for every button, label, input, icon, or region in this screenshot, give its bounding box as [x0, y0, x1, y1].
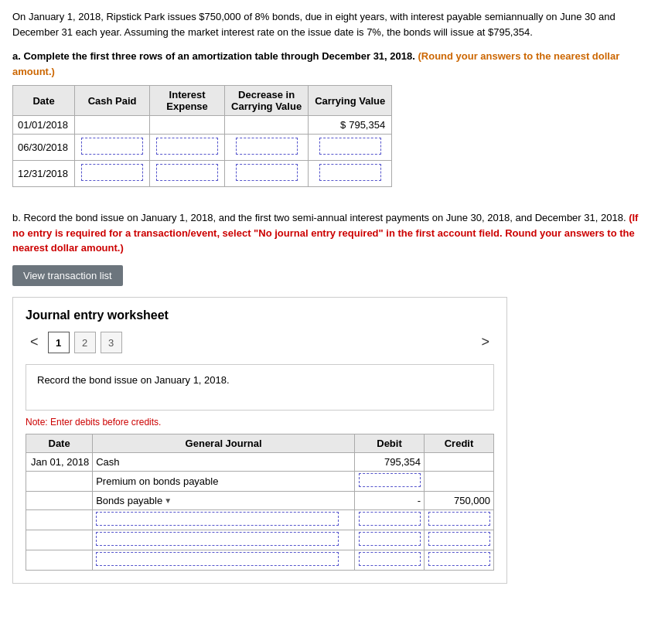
- carrying-value-cell: $ 795,354: [309, 116, 392, 135]
- nav-tab-2[interactable]: 2: [74, 332, 96, 353]
- section-b-letter: b.: [12, 212, 21, 223]
- carrying-value-input-cell[interactable]: [309, 135, 392, 161]
- journal-account-6[interactable]: [93, 550, 355, 570]
- journal-debit-4[interactable]: [355, 509, 425, 530]
- interest-expense-input[interactable]: [156, 138, 218, 155]
- section-a-letter: a.: [12, 50, 21, 62]
- record-description-box: Record the bond issue on January 1, 2018…: [26, 364, 494, 411]
- premium-debit-input[interactable]: [359, 473, 421, 487]
- decrease-input[interactable]: [236, 138, 298, 155]
- col-date: Date: [13, 86, 75, 116]
- next-arrow-button[interactable]: >: [476, 332, 494, 352]
- empty-account-input-4[interactable]: [96, 512, 338, 526]
- carrying-value-amount: 795,354: [349, 119, 385, 131]
- carrying-value-input-cell-2[interactable]: [309, 161, 392, 187]
- empty-credit-input-5[interactable]: [428, 532, 490, 546]
- journal-debit-5[interactable]: [355, 530, 425, 550]
- journal-row-4: [26, 509, 494, 530]
- dropdown-icon[interactable]: ▼: [164, 496, 172, 505]
- empty-account-input-6[interactable]: [96, 552, 338, 566]
- journal-debit-2[interactable]: [355, 471, 425, 491]
- journal-date-6: [26, 550, 93, 570]
- journal-date-5: [26, 530, 93, 550]
- interest-expense-input-2[interactable]: [156, 164, 218, 181]
- bonds-debit-separator: -: [418, 495, 421, 506]
- section-a-text: Complete the first three rows of an amor…: [23, 50, 418, 62]
- journal-credit-3[interactable]: 750,000: [425, 491, 494, 509]
- empty-debit-input-5[interactable]: [359, 532, 421, 546]
- decrease-input-cell[interactable]: [225, 135, 309, 161]
- journal-account-3[interactable]: Bonds payable ▼: [93, 491, 355, 509]
- cash-paid-input-cell-2[interactable]: [75, 161, 150, 187]
- worksheet-nav: < 1 2 3 >: [26, 332, 494, 353]
- journal-row-2: Premium on bonds payable: [26, 471, 494, 491]
- section-a-label: a. Complete the first three rows of an a…: [12, 49, 653, 79]
- journal-account-1[interactable]: Cash: [93, 452, 355, 471]
- journal-debit-1[interactable]: 795,354: [355, 452, 425, 471]
- table-row: 12/31/2018: [13, 161, 392, 187]
- table-row: 01/01/2018 $ 795,354: [13, 116, 392, 135]
- journal-date-4: [26, 509, 93, 530]
- journal-row-1: Jan 01, 2018 Cash 795,354: [26, 452, 494, 471]
- date-cell: 06/30/2018: [13, 135, 75, 161]
- empty-debit-input-6[interactable]: [359, 552, 421, 566]
- col-carrying-value: Carrying Value: [309, 86, 392, 116]
- journal-credit-1[interactable]: [425, 452, 494, 471]
- journal-date-3: [26, 491, 93, 509]
- journal-account-4[interactable]: [93, 509, 355, 530]
- dollar-sign: $: [340, 119, 346, 131]
- cash-paid-input-2[interactable]: [81, 164, 143, 181]
- empty-credit-input-4[interactable]: [428, 512, 490, 526]
- note-text: Note: Enter debits before credits.: [26, 417, 494, 428]
- view-transaction-list-button[interactable]: View transaction list: [12, 265, 123, 286]
- date-cell: 12/31/2018: [13, 161, 75, 187]
- interest-expense-cell: [150, 116, 225, 135]
- journal-col-debit: Debit: [355, 434, 425, 452]
- journal-entry-worksheet: Journal entry worksheet < 1 2 3 > Record…: [12, 297, 507, 584]
- section-b-text: Record the bond issue on January 1, 2018…: [23, 212, 629, 223]
- journal-debit-6[interactable]: [355, 550, 425, 570]
- interest-expense-input-cell[interactable]: [150, 135, 225, 161]
- empty-debit-input-4[interactable]: [359, 512, 421, 526]
- interest-expense-input-cell-2[interactable]: [150, 161, 225, 187]
- journal-credit-5[interactable]: [425, 530, 494, 550]
- nav-tab-1[interactable]: 1: [48, 332, 70, 353]
- journal-debit-3[interactable]: -: [355, 491, 425, 509]
- decrease-input-cell-2[interactable]: [225, 161, 309, 187]
- col-interest-expense: InterestExpense: [150, 86, 225, 116]
- carrying-value-input[interactable]: [319, 138, 381, 155]
- empty-credit-input-6[interactable]: [428, 552, 490, 566]
- decrease-cell: [225, 116, 309, 135]
- journal-date-2: [26, 471, 93, 491]
- journal-credit-4[interactable]: [425, 509, 494, 530]
- premium-account-label: Premium on bonds payable: [96, 475, 218, 487]
- journal-credit-2[interactable]: [425, 471, 494, 491]
- cash-paid-input[interactable]: [81, 138, 143, 155]
- journal-table: Date General Journal Debit Credit Jan 01…: [26, 434, 494, 571]
- journal-date-1: Jan 01, 2018: [26, 452, 93, 471]
- journal-account-5[interactable]: [93, 530, 355, 550]
- carrying-value-input-2[interactable]: [319, 164, 381, 181]
- nav-tab-3[interactable]: 3: [101, 332, 122, 353]
- bonds-payable-label: Bonds payable: [96, 495, 162, 506]
- prev-arrow-button[interactable]: <: [26, 332, 43, 352]
- date-cell: 01/01/2018: [13, 116, 75, 135]
- section-b-paragraph: b. Record the bond issue on January 1, 2…: [12, 210, 653, 256]
- journal-account-2[interactable]: Premium on bonds payable: [93, 471, 355, 491]
- cash-paid-cell: [75, 116, 150, 135]
- cash-account-label: Cash: [96, 456, 119, 468]
- decrease-input-2[interactable]: [236, 164, 298, 181]
- worksheet-title: Journal entry worksheet: [26, 308, 494, 322]
- journal-row-3: Bonds payable ▼ - 750,000: [26, 491, 494, 509]
- journal-row-5: [26, 530, 494, 550]
- record-description-text: Record the bond issue on January 1, 2018…: [37, 374, 230, 386]
- col-cash-paid: Cash Paid: [75, 86, 150, 116]
- journal-col-date: Date: [26, 434, 93, 452]
- journal-col-general: General Journal: [93, 434, 355, 452]
- journal-credit-6[interactable]: [425, 550, 494, 570]
- intro-paragraph: On January 1, 2018, Ripstick Park issues…: [12, 9, 653, 39]
- cash-paid-input-cell[interactable]: [75, 135, 150, 161]
- empty-account-input-5[interactable]: [96, 532, 338, 546]
- col-decrease: Decrease inCarrying Value: [225, 86, 309, 116]
- table-row: 06/30/2018: [13, 135, 392, 161]
